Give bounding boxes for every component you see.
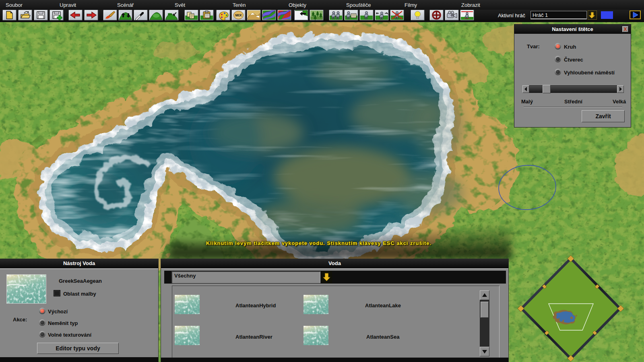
svg-text:MIX: MIX <box>235 13 242 17</box>
